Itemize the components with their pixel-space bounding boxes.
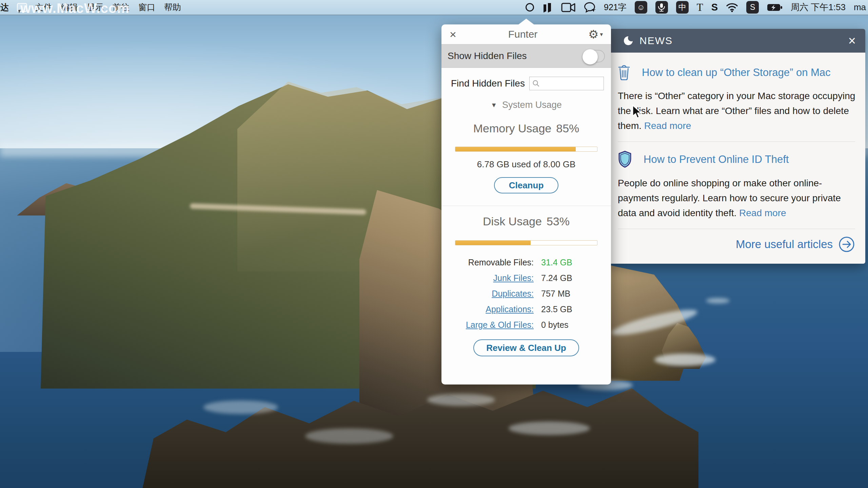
news-header: NEWS × [607, 29, 865, 53]
funter-logo-icon [623, 35, 634, 46]
more-articles-link[interactable]: More useful articles [736, 238, 833, 251]
junk-files-link[interactable]: Junk Files: [441, 273, 534, 283]
search-icon [532, 80, 540, 87]
snip-app-icon[interactable]: S [711, 2, 718, 13]
disk-progress-fill [455, 241, 531, 245]
wifi-icon [726, 3, 738, 12]
article-text: People do online shopping or make other … [618, 176, 857, 221]
funter-popup: × Funter ⚙ ▾ Show Hidden Files Find Hidd… [441, 24, 611, 384]
menu-item-finder[interactable]: 访达 [0, 2, 9, 13]
input-method-icon[interactable]: 中 [676, 1, 689, 14]
system-usage-disclosure[interactable]: ▼ System Usage [441, 100, 611, 110]
memory-usage-title: Memory Usage85% [441, 122, 611, 135]
bars-icon [542, 2, 553, 13]
disk-stats-table: Removable Files: 31.4 GB Junk Files: 7.2… [441, 258, 611, 330]
menu-item-edit[interactable]: 编辑 [60, 2, 79, 13]
screen-record-icon[interactable] [561, 2, 575, 13]
memory-progress-track [455, 147, 597, 152]
funter-menubar-icon[interactable] [526, 3, 534, 12]
menu-item-help[interactable]: 帮助 [163, 2, 182, 13]
chat-bubble-icon[interactable] [584, 2, 596, 13]
popup-close-button[interactable]: × [450, 28, 463, 41]
menubar-username-partial[interactable]: ma [854, 2, 866, 13]
article-head: How to clean up “Other Storage” on Mac [618, 64, 855, 81]
wallpaper-surf [427, 394, 495, 406]
find-hidden-files-label: Find Hidden Files [451, 78, 525, 89]
circle-icon [526, 3, 534, 12]
speech-bubble-icon [584, 2, 596, 13]
news-panel-title: NEWS [639, 35, 848, 46]
article-text: There is “Other” category in your Mac st… [618, 89, 857, 133]
applications-link[interactable]: Applications: [441, 304, 534, 314]
trash-icon [618, 64, 630, 81]
section-divider [441, 206, 611, 206]
wallpaper-surf [203, 400, 278, 414]
battery-charging-icon [767, 3, 783, 12]
wallpaper-surf [305, 428, 393, 444]
removable-files-value: 31.4 GB [541, 258, 611, 267]
emoji-input-icon[interactable]: ☺ [635, 1, 647, 14]
dictation-mic-icon[interactable] [655, 1, 668, 14]
duplicates-value: 757 MB [541, 289, 611, 299]
menu-bar-left: 访达 文件 编辑 显示 前往 窗口 帮助 [0, 2, 182, 13]
news-article: How to Prevent Online ID Theft People do… [618, 142, 855, 221]
memory-usage-percent: 85% [556, 122, 579, 135]
wifi-status-icon[interactable] [726, 3, 738, 12]
word-count-status[interactable]: 921字 [604, 2, 627, 13]
arrow-circle-icon[interactable] [838, 236, 855, 253]
read-more-link[interactable]: Read more [644, 120, 691, 131]
large-old-files-value: 0 bytes [541, 320, 611, 330]
find-hidden-files-row: Find Hidden Files [441, 77, 611, 90]
search-box [529, 77, 604, 90]
mouse-cursor [631, 105, 645, 121]
window-cursor-icon [17, 3, 27, 12]
duplicates-link[interactable]: Duplicates: [441, 289, 534, 299]
article-title-link[interactable]: How to clean up “Other Storage” on Mac [642, 67, 831, 79]
text-tool-icon[interactable]: T [697, 1, 703, 14]
menu-bar-status-area: 921字 ☺ 中 T S S 周六 下午1:5 [526, 1, 868, 14]
menu-item-view[interactable]: 显示 [86, 2, 104, 13]
popup-arrow [518, 19, 534, 25]
article-body: People do online shopping or make other … [618, 178, 841, 218]
junk-files-value: 7.24 GB [541, 273, 611, 283]
applications-value: 23.5 GB [541, 304, 611, 314]
menu-item-go[interactable]: 前往 [112, 2, 130, 13]
search-input[interactable] [542, 79, 601, 88]
system-usage-label: System Usage [502, 100, 562, 110]
microphone-icon [658, 3, 665, 12]
disk-progress-track [455, 240, 597, 245]
memory-usage-label: Memory Usage [473, 122, 552, 135]
read-more-link[interactable]: Read more [739, 208, 786, 218]
battery-status-icon[interactable] [767, 3, 783, 12]
show-hidden-files-row: Show Hidden Files [441, 44, 611, 68]
menu-bar: 访达 文件 编辑 显示 前往 窗口 帮助 www.MacW.com [0, 0, 868, 15]
menu-item-window[interactable]: 窗口 [138, 2, 156, 13]
large-old-files-link[interactable]: Large & Old Files: [441, 320, 534, 330]
settings-button[interactable]: ⚙ ▾ [583, 29, 603, 40]
disclosure-triangle-icon: ▼ [491, 101, 497, 109]
news-article: How to clean up “Other Storage” on Mac T… [618, 53, 855, 133]
disk-usage-title: Disk Usage53% [441, 215, 611, 228]
article-title-link[interactable]: How to Prevent Online ID Theft [644, 153, 789, 166]
s-app-icon[interactable]: S [746, 1, 759, 14]
show-hidden-files-toggle[interactable] [583, 50, 605, 62]
news-divider [618, 229, 855, 229]
article-head: How to Prevent Online ID Theft [618, 151, 855, 168]
popup-title: Funter [463, 29, 583, 40]
cleanup-button[interactable]: Cleanup [494, 177, 558, 193]
menu-item-file[interactable]: 文件 [35, 2, 53, 13]
bars-app-icon[interactable] [542, 2, 553, 13]
popup-header: × Funter ⚙ ▾ [441, 24, 611, 44]
shield-icon [618, 151, 632, 168]
memory-progress-fill [455, 147, 576, 151]
more-articles-row: More useful articles [618, 236, 855, 253]
memory-detail: 6.78 GB used of 8.00 GB [441, 159, 611, 170]
wallpaper-surf [654, 354, 715, 366]
menubar-clock[interactable]: 周六 下午1:53 [791, 1, 846, 13]
disk-usage-percent: 53% [547, 215, 570, 228]
toggle-knob [583, 49, 598, 64]
disk-usage-label: Disk Usage [483, 215, 542, 228]
news-body: How to clean up “Other Storage” on Mac T… [607, 53, 865, 253]
review-clean-up-button[interactable]: Review & Clean Up [473, 339, 579, 356]
news-close-button[interactable]: × [848, 34, 856, 48]
